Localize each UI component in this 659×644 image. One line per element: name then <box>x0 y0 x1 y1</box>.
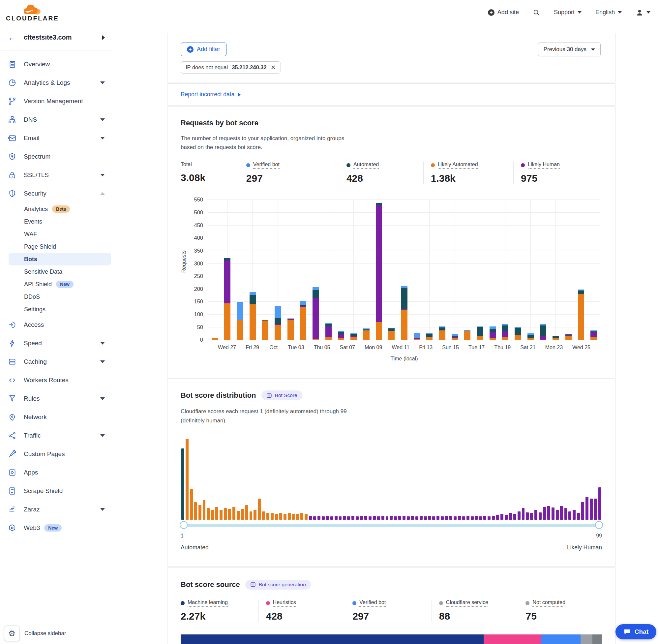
sidebar-item-apps[interactable]: Apps <box>0 463 113 482</box>
histogram-bar[interactable] <box>513 514 516 520</box>
histogram-bar[interactable] <box>398 516 401 520</box>
slider-track[interactable] <box>181 524 602 527</box>
sidebar-item-rules[interactable]: Rules <box>0 389 113 408</box>
histogram-bar[interactable] <box>488 516 491 520</box>
stacked-bar[interactable] <box>414 200 420 340</box>
search-button[interactable] <box>533 9 540 16</box>
sidebar-subitem-waf[interactable]: WAF <box>0 228 113 240</box>
stacked-bar[interactable] <box>552 200 559 340</box>
histogram-bar[interactable] <box>467 516 469 520</box>
histogram-bar[interactable] <box>186 439 189 520</box>
stacked-bar[interactable] <box>578 200 584 340</box>
sidebar-item-ssl-tls[interactable]: SSL/TLS <box>0 166 113 184</box>
add-site-button[interactable]: + Add site <box>488 9 519 16</box>
chevron-down-icon[interactable] <box>100 434 105 437</box>
histogram-bar[interactable] <box>224 508 227 519</box>
stacked-bar[interactable] <box>527 200 534 340</box>
stacked-bar[interactable] <box>401 200 407 340</box>
histogram-bar[interactable] <box>509 513 512 520</box>
sidebar-item-custom-pages[interactable]: Custom Pages <box>0 445 113 463</box>
histogram-bar[interactable] <box>292 514 295 520</box>
histogram-bar[interactable] <box>207 508 210 519</box>
slider-handle-min[interactable] <box>180 521 188 529</box>
sidebar-item-workers-routes[interactable]: Workers Routes <box>0 371 113 389</box>
histogram-bar[interactable] <box>228 509 231 520</box>
chevron-right-icon[interactable] <box>102 35 105 40</box>
sidebar-subitem-analytics[interactable]: AnalyticsBeta <box>0 203 113 215</box>
sidebar-subitem-page-shield[interactable]: Page Shield <box>0 240 113 253</box>
chat-button[interactable]: Chat <box>615 624 656 639</box>
histogram-bar[interactable] <box>500 514 503 520</box>
histogram-bar[interactable] <box>181 448 184 520</box>
histogram-bar[interactable] <box>551 507 555 520</box>
histogram-bar[interactable] <box>296 514 299 520</box>
histogram-bar[interactable] <box>394 516 397 520</box>
chevron-down-icon[interactable] <box>100 118 105 121</box>
close-icon[interactable]: ✕ <box>270 64 276 71</box>
histogram-bar[interactable] <box>560 506 563 520</box>
histogram-bar[interactable] <box>415 516 418 520</box>
histogram-bar[interactable] <box>254 510 257 519</box>
chevron-down-icon[interactable] <box>100 174 105 177</box>
sidebar-item-email[interactable]: Email <box>0 129 113 147</box>
histogram-bar[interactable] <box>203 500 206 520</box>
histogram-bar[interactable] <box>573 510 575 519</box>
histogram-bar[interactable] <box>432 516 435 520</box>
histogram-bar[interactable] <box>283 514 286 520</box>
histogram-bar[interactable] <box>462 516 465 520</box>
histogram-bar[interactable] <box>232 507 235 520</box>
slider-handle-max[interactable] <box>595 521 603 529</box>
histogram-bar[interactable] <box>369 516 372 520</box>
stacked-bar[interactable] <box>237 200 243 340</box>
bot-score-doc-badge[interactable]: Bot Score <box>261 390 302 400</box>
report-incorrect-data-link[interactable]: Report incorrect data <box>181 91 241 98</box>
stacked-bar[interactable] <box>212 200 218 340</box>
histogram-bar[interactable] <box>288 513 291 520</box>
histogram-bar[interactable] <box>492 516 495 520</box>
histogram-bar[interactable] <box>428 516 431 520</box>
histogram-bar[interactable] <box>237 511 240 520</box>
histogram-bar[interactable] <box>590 499 593 520</box>
histogram-bar[interactable] <box>577 513 580 520</box>
histogram-bar[interactable] <box>190 489 193 520</box>
histogram-bar[interactable] <box>309 516 312 520</box>
stacked-bar[interactable] <box>565 200 572 340</box>
histogram-bar[interactable] <box>258 499 261 520</box>
chevron-down-icon[interactable] <box>100 397 105 400</box>
histogram-bar[interactable] <box>437 516 440 520</box>
histogram-bar[interactable] <box>339 516 342 520</box>
stacked-bar[interactable] <box>300 200 306 340</box>
histogram-bar[interactable] <box>424 516 427 520</box>
histogram-bar[interactable] <box>322 516 325 520</box>
chevron-down-icon[interactable] <box>100 82 105 84</box>
stacked-bar[interactable] <box>452 200 458 340</box>
chevron-up-icon[interactable] <box>100 192 105 195</box>
stacked-bar[interactable] <box>224 200 231 340</box>
histogram-bar[interactable] <box>543 507 546 520</box>
sidebar-item-scrape-shield[interactable]: Scrape Shield <box>0 482 113 500</box>
histogram-bar[interactable] <box>539 512 542 520</box>
histogram-bar[interactable] <box>215 507 218 520</box>
histogram-bar[interactable] <box>420 516 423 520</box>
sidebar-item-speed[interactable]: Speed <box>0 334 113 352</box>
histogram-bar[interactable] <box>330 516 333 520</box>
stacked-bar[interactable] <box>325 200 332 340</box>
stacked-bar[interactable] <box>275 200 281 340</box>
sidebar-item-overview[interactable]: Overview <box>0 55 113 73</box>
stacked-bar[interactable] <box>338 200 344 340</box>
histogram-bar[interactable] <box>390 516 393 520</box>
back-arrow-icon[interactable]: ← <box>8 33 16 42</box>
histogram-bar[interactable] <box>279 513 282 520</box>
histogram-bar[interactable] <box>373 516 376 520</box>
histogram-bar[interactable] <box>364 516 367 520</box>
stacked-bar[interactable] <box>464 200 470 340</box>
histogram-bar[interactable] <box>266 513 269 520</box>
collapse-sidebar[interactable]: ⚙ Collapse sidebar <box>4 625 66 641</box>
sidebar-subitem-ddos[interactable]: DDoS <box>0 291 113 303</box>
stacked-bar[interactable] <box>540 200 546 340</box>
sidebar-item-zaraz[interactable]: Zaraz <box>0 500 113 519</box>
histogram-bar[interactable] <box>586 497 588 520</box>
sidebar-item-dns[interactable]: DNS <box>0 111 113 129</box>
histogram-bar[interactable] <box>241 509 244 520</box>
histogram-bar[interactable] <box>270 513 274 520</box>
